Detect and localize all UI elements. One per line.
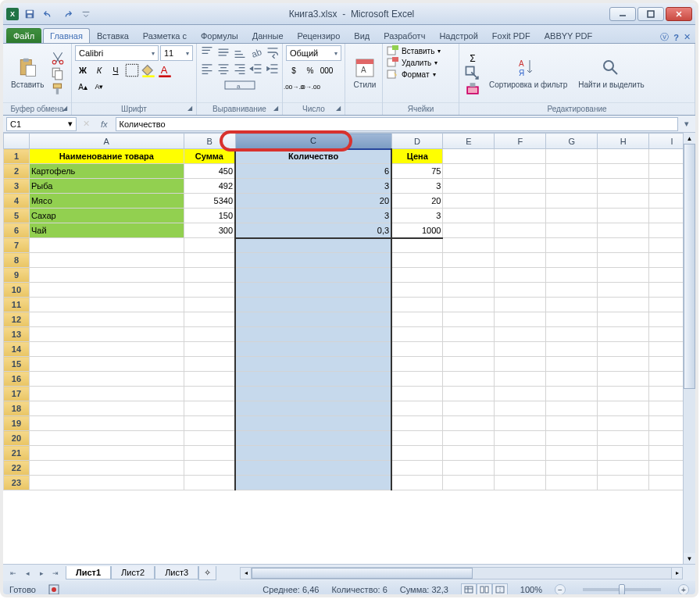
clipboard-launcher[interactable]: ◢: [60, 105, 70, 114]
cell-E19[interactable]: [443, 416, 495, 431]
cell-B21[interactable]: [184, 446, 235, 461]
cell-H15[interactable]: [598, 357, 649, 372]
font-size-combo[interactable]: 11▾: [160, 45, 193, 61]
copy-button[interactable]: [50, 66, 66, 80]
paste-button[interactable]: Вставить: [6, 55, 48, 91]
cell-H6[interactable]: [598, 223, 649, 238]
decrease-decimal-button[interactable]: .0→.00: [302, 80, 318, 94]
cell-A13[interactable]: [29, 327, 184, 342]
tab-data[interactable]: Данные: [245, 28, 291, 43]
zoom-in-button[interactable]: +: [678, 584, 689, 595]
cell-B6[interactable]: 300: [184, 223, 235, 238]
cell-C2[interactable]: 6: [235, 164, 391, 179]
cell-F3[interactable]: [495, 179, 546, 194]
row-header-18[interactable]: 18: [4, 401, 30, 416]
cell-E20[interactable]: [443, 431, 495, 446]
scroll-left-button[interactable]: ◂: [241, 568, 252, 579]
zoom-slider[interactable]: [583, 588, 661, 591]
new-sheet-button[interactable]: ✧: [198, 566, 216, 580]
cell-H10[interactable]: [598, 283, 649, 298]
cell-F14[interactable]: [495, 342, 546, 357]
fx-icon[interactable]: fx: [96, 119, 112, 129]
cell-D21[interactable]: [391, 446, 443, 461]
cell-B17[interactable]: [184, 387, 235, 401]
column-header-A[interactable]: A: [29, 134, 184, 149]
cell-F15[interactable]: [495, 357, 546, 372]
cell-G12[interactable]: [546, 312, 598, 327]
cell-E1[interactable]: [443, 149, 495, 164]
cell-D10[interactable]: [391, 283, 443, 298]
cell-C19[interactable]: [235, 416, 391, 431]
cell-H3[interactable]: [598, 179, 649, 194]
minimize-button[interactable]: [609, 7, 636, 21]
column-header-G[interactable]: G: [546, 134, 598, 149]
cell-B15[interactable]: [184, 357, 235, 372]
cell-H11[interactable]: [598, 298, 649, 312]
column-header-E[interactable]: E: [443, 134, 495, 149]
percent-button[interactable]: %: [302, 63, 318, 77]
tab-nav-next[interactable]: ▸: [34, 567, 48, 579]
qat-undo-button[interactable]: [41, 6, 56, 22]
cell-C18[interactable]: [235, 401, 391, 416]
currency-button[interactable]: $: [286, 63, 302, 77]
tab-home[interactable]: Главная: [43, 28, 90, 43]
cell-H8[interactable]: [598, 253, 649, 268]
view-normal-button[interactable]: [461, 583, 477, 596]
cell-H7[interactable]: [598, 238, 649, 253]
cell-H5[interactable]: [598, 209, 649, 223]
cell-C14[interactable]: [235, 342, 391, 357]
tab-view[interactable]: Вид: [347, 28, 377, 43]
cell-A18[interactable]: [29, 401, 184, 416]
cell-A21[interactable]: [29, 446, 184, 461]
cell-E6[interactable]: [443, 223, 495, 238]
cell-A4[interactable]: Мясо: [29, 194, 184, 209]
cell-A8[interactable]: [29, 253, 184, 268]
cell-B18[interactable]: [184, 401, 235, 416]
cell-G20[interactable]: [546, 431, 598, 446]
cell-A12[interactable]: [29, 312, 184, 327]
cell-D8[interactable]: [391, 253, 443, 268]
cell-E18[interactable]: [443, 401, 495, 416]
comma-button[interactable]: 000: [319, 63, 334, 77]
cell-C6[interactable]: 0,3: [235, 223, 391, 238]
underline-button[interactable]: Ч: [108, 63, 123, 77]
row-header-14[interactable]: 14: [4, 342, 30, 357]
increase-indent-button[interactable]: [265, 62, 280, 76]
cell-G18[interactable]: [546, 401, 598, 416]
cell-C7[interactable]: [235, 238, 391, 253]
help-icon[interactable]: ?: [673, 33, 679, 42]
cell-D1[interactable]: Цена: [391, 149, 443, 164]
cell-B16[interactable]: [184, 372, 235, 387]
align-left-button[interactable]: [199, 62, 215, 76]
formula-input[interactable]: Количество: [116, 117, 678, 131]
cell-F13[interactable]: [495, 327, 546, 342]
cell-E7[interactable]: [443, 238, 495, 253]
cell-D7[interactable]: [391, 238, 443, 253]
cell-D23[interactable]: [391, 476, 443, 490]
cell-D3[interactable]: 3: [391, 179, 443, 194]
cell-F4[interactable]: [495, 194, 546, 209]
cell-C3[interactable]: 3: [235, 179, 391, 194]
cell-C16[interactable]: [235, 372, 391, 387]
styles-button[interactable]: A Стили: [348, 55, 381, 91]
cell-E14[interactable]: [443, 342, 495, 357]
sort-filter-button[interactable]: АЯ Сортировка и фильтр: [484, 55, 572, 91]
cell-G2[interactable]: [546, 164, 598, 179]
cell-C22[interactable]: [235, 461, 391, 476]
cell-G6[interactable]: [546, 223, 598, 238]
cell-A17[interactable]: [29, 387, 184, 401]
row-header-10[interactable]: 10: [4, 283, 30, 298]
cell-G14[interactable]: [546, 342, 598, 357]
row-header-19[interactable]: 19: [4, 416, 30, 431]
cell-D18[interactable]: [391, 401, 443, 416]
cell-A1[interactable]: Наименование товара: [29, 149, 184, 164]
cell-F6[interactable]: [495, 223, 546, 238]
sheet-tab-3[interactable]: Лист3: [155, 566, 198, 579]
cell-D20[interactable]: [391, 431, 443, 446]
view-page-break-button[interactable]: [492, 583, 508, 596]
cell-D16[interactable]: [391, 372, 443, 387]
insert-cells-button[interactable]: Вставить▾: [386, 45, 455, 56]
cell-E13[interactable]: [443, 327, 495, 342]
scroll-right-button[interactable]: ▸: [671, 568, 682, 579]
cell-F20[interactable]: [495, 431, 546, 446]
